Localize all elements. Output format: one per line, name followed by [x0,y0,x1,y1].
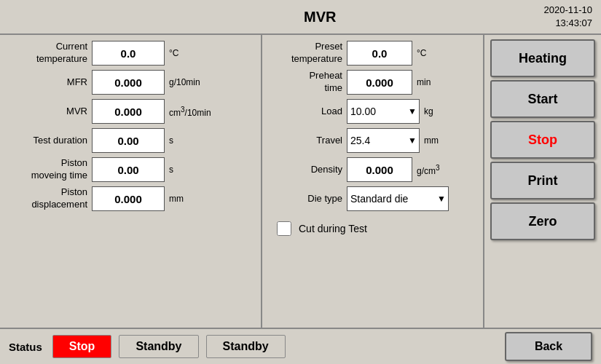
piston-time-row: Piston moveing time s [7,157,254,182]
travel-select-wrapper: 25.4 6.35 ▼ [347,128,420,153]
piston-disp-row: Piston displacement mm [7,186,254,211]
main-content: Current temperature °C MFR g/10min MVR c… [0,35,601,329]
density-label: Density [270,164,342,176]
mfr-input[interactable] [92,70,165,95]
right-panel: Heating Start Stop Print Zero [484,35,601,328]
load-label: Load [270,106,342,118]
current-temp-label: Current temperature [7,41,87,66]
test-duration-label: Test duration [7,135,87,147]
app-title: MVR [96,9,544,25]
current-temp-unit: °C [169,48,178,58]
mvr-label: MVR [7,106,87,118]
preset-temp-label: Preset temperature [270,41,342,66]
load-select[interactable]: 10.00 2.16 5.00 [347,99,420,124]
mvr-row: MVR cm3/10min [7,99,254,124]
travel-select[interactable]: 25.4 6.35 [347,128,420,153]
center-panel: Preset temperature °C Preheat time min L… [262,35,484,328]
cut-during-test-label: Cut during Test [299,223,367,234]
status-stop-badge: Stop [52,335,112,358]
back-button[interactable]: Back [505,332,592,361]
test-duration-unit: s [169,135,173,146]
time: 13:43:07 [555,17,592,28]
status-standby1-badge: Standby [119,335,198,358]
current-temp-input[interactable] [92,41,165,66]
print-button[interactable]: Print [490,162,595,199]
piston-time-input[interactable] [92,157,165,182]
preheat-time-unit: min [417,77,431,87]
test-duration-input[interactable] [92,128,165,153]
density-row: Density g/cm3 [270,157,476,182]
zero-button[interactable]: Zero [490,202,595,240]
die-type-label: Die type [270,193,342,205]
mfr-row: MFR g/10min [7,70,254,95]
mvr-input[interactable] [92,99,165,124]
mfr-unit: g/10min [169,77,200,87]
header: MVR 2020-11-10 13:43:07 [0,0,601,35]
cut-during-test-row: Cut during Test [270,221,476,236]
preset-temp-unit: °C [417,48,426,58]
preset-temp-input[interactable] [347,41,412,66]
die-type-select[interactable]: Standard die Other [347,186,449,211]
piston-disp-unit: mm [169,194,184,204]
travel-label: Travel [270,135,342,147]
mfr-label: MFR [7,76,87,89]
load-row: Load 10.00 2.16 5.00 ▼ kg [270,99,476,124]
date: 2020-11-10 [544,4,593,15]
status-label: Status [9,341,42,353]
back-button-wrapper: Back [505,332,592,361]
density-unit: g/cm3 [417,164,440,176]
load-select-wrapper: 10.00 2.16 5.00 ▼ [347,99,420,124]
die-type-select-wrapper: Standard die Other ▼ [347,186,449,211]
mvr-unit: cm3/10min [169,106,211,118]
current-temp-row: Current temperature °C [7,41,254,66]
travel-row: Travel 25.4 6.35 ▼ mm [270,128,476,153]
preset-temp-row: Preset temperature °C [270,41,476,66]
status-standby2-badge: Standby [206,335,286,358]
datetime: 2020-11-10 13:43:07 [544,4,593,30]
piston-time-label: Piston moveing time [7,157,87,182]
preheat-time-input[interactable] [347,70,412,95]
piston-disp-label: Piston displacement [7,186,87,211]
die-type-row: Die type Standard die Other ▼ [270,186,476,211]
piston-disp-input[interactable] [92,186,165,211]
travel-unit: mm [424,135,439,146]
status-bar: Status Stop Standby Standby Back [0,329,601,364]
load-unit: kg [424,106,433,116]
piston-time-unit: s [169,165,173,175]
preheat-time-label: Preheat time [270,70,342,95]
left-panel: Current temperature °C MFR g/10min MVR c… [0,35,262,328]
test-duration-row: Test duration s [7,128,254,153]
cut-during-test-checkbox[interactable] [277,221,291,236]
stop-button[interactable]: Stop [490,121,595,159]
heating-button[interactable]: Heating [490,39,595,77]
density-input[interactable] [347,157,412,182]
start-button[interactable]: Start [490,80,595,118]
preheat-time-row: Preheat time min [270,70,476,95]
